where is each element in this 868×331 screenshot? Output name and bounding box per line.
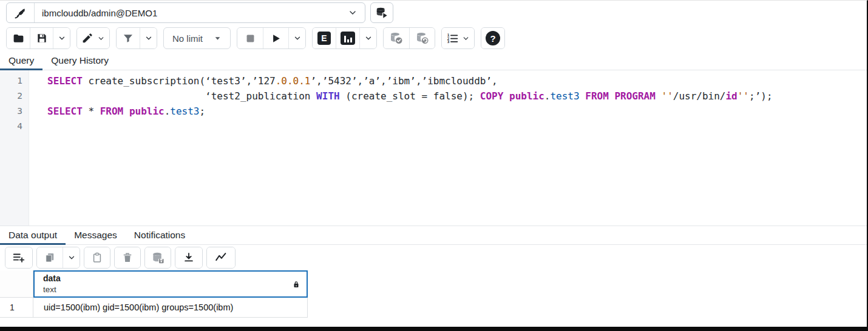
chevron-down-icon (97, 35, 105, 42)
download-group (175, 247, 203, 269)
download-results-button[interactable] (175, 247, 202, 268)
graph-visualiser-button[interactable] (207, 247, 235, 268)
code-line: SELECT create_subscription(‘test3’,’127.… (47, 73, 867, 89)
column-header-data[interactable]: data text (33, 270, 308, 298)
output-tab-row: Data output Messages Notifications (0, 226, 867, 245)
connection-group: ibmclouddb/admin@DEMO1 (6, 2, 365, 23)
line-number-gutter: 1234 (0, 70, 29, 226)
row-limit-value: No limit (172, 33, 203, 44)
explain-icon: E (317, 32, 331, 45)
save-options-dropdown[interactable] (53, 28, 70, 48)
add-row-button[interactable] (5, 247, 32, 268)
line-number: 1 (0, 73, 22, 89)
connection-selector-value: ibmclouddb/admin@DEMO1 (42, 8, 348, 18)
code-line: ‘test2_publication WITH (create_slot = f… (47, 89, 867, 104)
delete-group (114, 247, 141, 269)
explain-group: E (312, 27, 377, 49)
save-icon (36, 32, 48, 44)
help-group: ? (481, 27, 505, 49)
chevron-down-icon (462, 35, 470, 42)
copy-icon (44, 252, 56, 264)
line-number: 3 (0, 104, 22, 119)
tab-messages[interactable]: Messages (66, 226, 126, 244)
tab-notifications[interactable]: Notifications (126, 226, 194, 244)
download-icon (183, 252, 195, 264)
chevron-down-icon (144, 34, 153, 42)
grid-row-1: 1 uid=1500(ibm) gid=1500(ibm) groups=150… (0, 298, 867, 318)
folder-icon (12, 32, 25, 45)
paste-icon (91, 252, 103, 264)
rollback-button[interactable] (409, 28, 435, 48)
query-tab-row: Query Query History (0, 52, 867, 70)
help-icon: ? (486, 31, 500, 45)
connection-selector[interactable]: ibmclouddb/admin@DEMO1 (35, 3, 365, 22)
chevron-down-icon (58, 34, 66, 42)
explain-button[interactable]: E (313, 28, 336, 48)
code-lines[interactable]: SELECT create_subscription(‘test3’,’127.… (29, 70, 867, 226)
query-toolbar: No limit E (0, 25, 867, 52)
line-chart-icon (214, 251, 228, 264)
add-row-icon (12, 251, 25, 264)
connection-bar: ibmclouddb/admin@DEMO1 (0, 1, 867, 25)
delete-row-button[interactable] (115, 247, 140, 268)
help-button[interactable]: ? (481, 28, 504, 48)
macro-list-icon: 123 (446, 32, 459, 45)
line-number: 4 (0, 119, 22, 134)
copy-button[interactable] (37, 247, 63, 268)
explain-analyze-icon (341, 32, 355, 45)
row-data-cell[interactable]: uid=1500(ibm) gid=1500(ibm) groups=1500(… (33, 298, 308, 318)
save-data-group (144, 247, 171, 269)
edit-menu-button[interactable] (77, 28, 109, 48)
column-type: text (43, 284, 292, 295)
open-file-button[interactable] (7, 28, 30, 48)
new-connection-button[interactable] (370, 2, 393, 23)
pencil-icon (81, 32, 93, 44)
chevron-down-icon (67, 253, 76, 262)
tab-query-history[interactable]: Query History (42, 52, 117, 70)
filter-group (116, 27, 157, 49)
caret-down-icon (214, 35, 222, 42)
chevron-down-icon (364, 34, 373, 42)
save-file-button[interactable] (30, 28, 53, 48)
connection-status-icon (7, 3, 35, 22)
commit-button[interactable] (384, 28, 409, 48)
macro-group: 123 (441, 27, 475, 49)
graph-group (206, 247, 236, 269)
tab-query[interactable]: Query (0, 52, 42, 70)
chevron-down-icon (348, 8, 358, 18)
database-connection-icon (375, 6, 388, 19)
copy-group (36, 247, 80, 269)
pgadmin-query-tool: ibmclouddb/admin@DEMO1 (0, 0, 868, 331)
explain-analyze-button[interactable] (336, 28, 359, 48)
filter-button[interactable] (117, 28, 140, 48)
execute-options-dropdown[interactable] (288, 28, 305, 48)
paste-button[interactable] (84, 247, 110, 268)
sql-editor[interactable]: 1234 SELECT create_subscription(‘test3’,… (0, 70, 867, 226)
filter-options-dropdown[interactable] (140, 28, 157, 48)
save-data-changes-button[interactable] (145, 247, 171, 268)
lock-icon (292, 280, 300, 289)
macro-menu-button[interactable]: 123 (442, 28, 474, 48)
execute-group (237, 27, 306, 49)
paste-group (84, 247, 110, 269)
stop-icon (245, 33, 256, 44)
row-limit-selector[interactable]: No limit (163, 27, 231, 49)
chevron-down-icon (293, 34, 302, 42)
tab-data-output[interactable]: Data output (0, 226, 66, 244)
stop-button[interactable] (237, 28, 263, 48)
trash-icon (121, 252, 134, 264)
row-number-cell[interactable]: 1 (0, 298, 33, 318)
execute-button[interactable] (263, 28, 288, 48)
add-row-group (5, 247, 33, 269)
play-icon (270, 33, 282, 44)
transaction-group (383, 27, 435, 49)
explain-options-dropdown[interactable] (359, 28, 376, 48)
column-name: data (43, 273, 292, 284)
grid-corner-cell[interactable] (0, 270, 33, 298)
filter-icon (122, 32, 134, 44)
line-number: 2 (0, 89, 22, 104)
grid-header-row: data text (0, 270, 867, 298)
svg-text:3: 3 (447, 39, 450, 43)
copy-options-dropdown[interactable] (63, 247, 80, 268)
file-group (6, 27, 70, 49)
